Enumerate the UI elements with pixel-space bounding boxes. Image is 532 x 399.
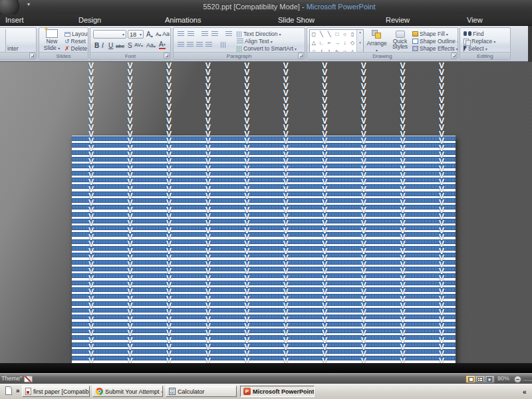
bullets-icon — [178, 31, 184, 37]
shape-glyph-icon[interactable]: □ — [333, 30, 341, 39]
editing-workspace — [0, 62, 532, 363]
drawing-dialog-launcher[interactable] — [451, 53, 457, 59]
grow-font-button[interactable]: A▴ — [146, 31, 153, 38]
shape-glyph-icon[interactable]: ╲ — [318, 30, 326, 39]
slideshow-button[interactable] — [485, 376, 494, 382]
tab-slide-show[interactable]: Slide Show — [278, 15, 315, 25]
font-dialog-launcher[interactable] — [164, 53, 170, 59]
convert-to-smartart-button[interactable]: Convert to SmartArt ▾ — [237, 45, 297, 52]
line-spacing-button[interactable] — [224, 30, 233, 38]
reset-button[interactable]: ↺ Reset — [65, 38, 86, 45]
shape-glyph-icon[interactable]: ◻ — [310, 30, 318, 39]
slide-canvas[interactable] — [72, 136, 456, 399]
text-shadow-button[interactable]: S — [128, 42, 132, 49]
align-center-button[interactable] — [186, 41, 194, 49]
select-button[interactable]: Select ▾ — [464, 45, 487, 52]
text-row-highlight — [72, 178, 456, 182]
format-painter-button-partial[interactable]: inter — [7, 45, 19, 52]
strikethrough-button[interactable]: abc — [116, 43, 124, 49]
layout-button[interactable]: Layout ▾ — [65, 31, 88, 37]
notification-collapse-chevron[interactable]: « — [523, 388, 527, 396]
shrink-font-button[interactable]: A▾ — [156, 31, 161, 37]
shape-glyph-icon[interactable]: △ — [310, 39, 318, 47]
bold-button[interactable]: B — [94, 42, 99, 49]
slide-sorter-button[interactable] — [475, 376, 485, 382]
scroll-up-icon[interactable]: ▴ — [359, 31, 361, 34]
find-button[interactable]: Find — [464, 31, 484, 37]
shape-glyph-icon[interactable]: ∟ — [318, 39, 326, 47]
tab-insert[interactable]: Insert — [5, 15, 24, 25]
tab-design[interactable]: Design — [78, 15, 101, 25]
columns-button[interactable] — [219, 41, 227, 49]
taskbar-button-first-paper-compatibili[interactable]: first paper [Compatibili... — [22, 386, 90, 397]
shape-glyph-icon[interactable]: ◇ — [348, 39, 356, 47]
align-left-button[interactable] — [176, 41, 185, 49]
font-size-select[interactable]: 18 ▾ — [128, 30, 144, 39]
increase-indent-button[interactable] — [210, 30, 219, 38]
shape-outline-button[interactable]: Shape Outline ▾ — [412, 38, 458, 45]
tab-animations[interactable]: Animations — [165, 15, 201, 25]
align-text-button[interactable]: Align Text ▾ — [237, 38, 273, 45]
normal-view-button[interactable] — [466, 376, 475, 382]
text-row-highlight — [72, 335, 456, 340]
character-spacing-button[interactable]: AV ▾ — [134, 42, 143, 48]
taskbar-button-microsoft-powerpoint[interactable]: PMicrosoft PowerPoint... — [240, 386, 315, 397]
shape-glyph-icon[interactable]: ↓ — [341, 39, 349, 47]
shape-effects-icon — [412, 46, 418, 51]
scroll-down-icon[interactable]: ▾ — [359, 41, 361, 45]
numbering-button[interactable] — [186, 30, 195, 38]
quick-launch-document-icon[interactable] — [5, 386, 12, 395]
layout-icon — [65, 32, 70, 37]
new-slide-button[interactable]: ★ New Slide ▾ — [41, 29, 63, 53]
group-label-editing: Editing — [460, 52, 510, 59]
font-color-button[interactable]: A ▾ — [159, 41, 166, 49]
clear-formatting-button[interactable]: Aa — [162, 31, 170, 37]
group-font: ▾ 18 ▾ A▴ A▾ Aa B I U abc S AV ▾ — [90, 27, 171, 60]
text-row-highlight — [72, 246, 456, 251]
paste-button-partial[interactable] — [0, 29, 6, 52]
text-row-highlight — [72, 287, 456, 292]
chevron-down-icon: ▾ — [485, 47, 487, 51]
underline-button[interactable]: U — [108, 42, 113, 49]
new-slide-icon: ★ — [46, 29, 58, 38]
tab-view[interactable]: View — [467, 15, 483, 25]
decrease-indent-button[interactable] — [200, 30, 209, 38]
taskbar-button-calculator[interactable]: Calculator — [166, 386, 237, 397]
increase-indent-icon — [211, 31, 218, 37]
chevron-down-icon: ▾ — [58, 47, 60, 51]
quick-styles-icon — [396, 31, 405, 38]
doc-icon — [25, 388, 31, 395]
change-case-button[interactable]: Aa ▾ — [146, 42, 156, 49]
delete-button[interactable]: ✗ Delete — [65, 45, 87, 52]
shape-glyph-icon[interactable]: → — [333, 39, 341, 47]
reset-icon: ↺ — [65, 39, 70, 44]
shape-glyph-icon[interactable]: ⌐ — [325, 39, 333, 47]
tab-review[interactable]: Review — [386, 15, 410, 25]
font-family-select[interactable]: ▾ — [93, 30, 126, 39]
taskbar-button-submit-your-attempt[interactable]: Submit Your Attempt -... — [92, 386, 163, 397]
shape-glyph-icon[interactable]: ○ — [341, 30, 349, 39]
clipboard-dialog-launcher[interactable] — [29, 53, 35, 59]
chevron-down-icon: ▾ — [154, 44, 156, 49]
arrange-button[interactable]: Arrange ▾ — [366, 29, 388, 53]
zoom-slider[interactable] — [523, 379, 532, 380]
shape-effects-button[interactable]: Shape Effects ▾ — [412, 45, 458, 52]
text-direction-button[interactable]: Text Direction ▾ — [237, 31, 281, 37]
align-right-button[interactable] — [195, 41, 203, 49]
shape-glyph-icon[interactable]: ╲ — [325, 30, 333, 39]
group-label-paragraph: Paragraph — [174, 52, 305, 59]
quick-launch-overflow-chevron[interactable]: » — [16, 387, 20, 394]
shape-fill-button[interactable]: Shape Fill ▾ — [412, 31, 448, 37]
zoom-out-button[interactable] — [514, 376, 521, 383]
shape-glyph-icon[interactable]: ▯ — [348, 30, 356, 39]
group-slides: ★ New Slide ▾ Layout ▾ ↺ Reset ✗ Delete … — [39, 27, 88, 60]
spell-check-icon[interactable] — [24, 376, 33, 382]
justify-button[interactable] — [204, 41, 213, 49]
bullets-button[interactable] — [176, 30, 185, 38]
paragraph-dialog-launcher[interactable] — [298, 53, 304, 59]
quick-styles-button[interactable]: Quick Styles — [389, 29, 411, 53]
replace-button[interactable]: Replace ▾ — [464, 38, 495, 45]
italic-button[interactable]: I — [102, 42, 104, 49]
text-row-highlight — [72, 239, 456, 244]
align-text-icon — [237, 39, 243, 44]
